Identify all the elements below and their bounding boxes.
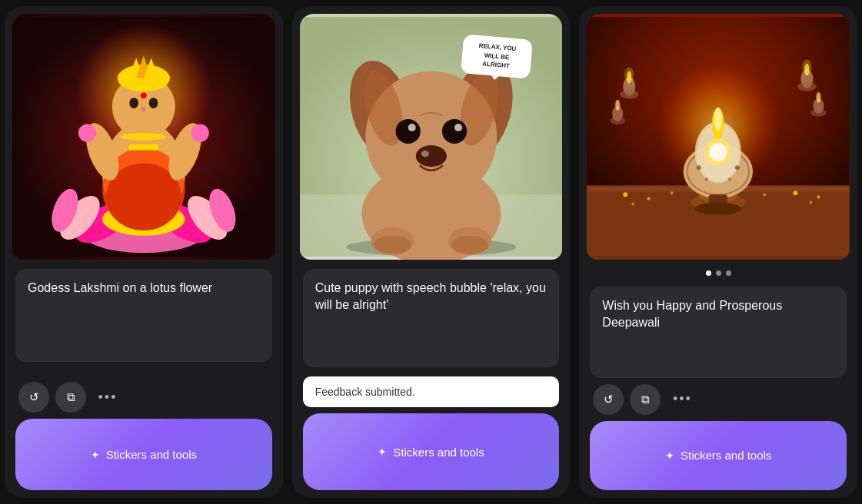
svg-point-16	[78, 124, 96, 141]
svg-point-50	[624, 192, 628, 197]
svg-point-26	[141, 107, 146, 111]
card1-refresh-button[interactable]: ↺	[18, 382, 49, 413]
puppy-image: RELAX, YOU WILL BE ALRIGHT	[300, 14, 563, 260]
svg-point-44	[454, 124, 462, 131]
card3-duplicate-button[interactable]: ⧉	[630, 384, 661, 415]
card3-image	[587, 14, 850, 260]
svg-point-67	[811, 109, 827, 117]
svg-point-65	[803, 60, 812, 75]
svg-point-57	[763, 193, 766, 196]
card3-actions: ↺ ⧉ •••	[590, 384, 847, 415]
svg-point-34	[374, 236, 411, 254]
card2-description-text: Cute puppy with speech bubble 'relax, yo…	[315, 281, 546, 311]
svg-point-63	[798, 82, 817, 91]
card3-description: Wish you Happy and Prosperous Deepawali	[590, 287, 847, 378]
pagination-dot-2	[716, 270, 721, 276]
card-puppy: RELAX, YOU WILL BE ALRIGHT Cute puppy wi…	[292, 6, 571, 498]
diwali-image	[587, 14, 850, 260]
wand-icon: ✦	[91, 449, 100, 461]
svg-point-27	[121, 133, 167, 141]
card2-description: Cute puppy with speech bubble 'relax, yo…	[303, 269, 560, 367]
card3-pagination	[590, 269, 847, 280]
svg-point-80	[709, 143, 727, 161]
card1-stickers-label: Stickers and tools	[106, 448, 197, 461]
card1-description: Godess Lakshmi on a lotus flower	[15, 269, 272, 362]
svg-point-88	[728, 177, 731, 181]
wand-icon-2: ✦	[378, 446, 387, 458]
svg-point-42	[442, 119, 467, 144]
card2-image: RELAX, YOU WILL BE ALRIGHT	[300, 14, 563, 260]
speech-bubble-text: RELAX, YOU WILL BE ALRIGHT	[479, 42, 517, 70]
card3-stickers-button[interactable]: ✦ Stickers and tools	[590, 421, 847, 491]
card-lakshmi: Godess Lakshmi on a lotus flower ↺ ⧉ •••…	[5, 6, 283, 498]
svg-point-17	[191, 124, 208, 141]
svg-point-70	[610, 117, 625, 124]
speech-bubble: RELAX, YOU WILL BE ALRIGHT	[461, 34, 533, 79]
svg-point-24	[149, 98, 158, 108]
card3-more-button[interactable]: •••	[667, 384, 697, 415]
card2-stickers-label: Stickers and tools	[393, 446, 484, 459]
card3-refresh-button[interactable]: ↺	[593, 384, 624, 415]
svg-point-59	[621, 90, 639, 99]
svg-point-41	[395, 119, 420, 144]
pagination-dot-1	[706, 270, 711, 276]
svg-point-68	[817, 92, 821, 103]
card2-content: Cute puppy with speech bubble 'relax, yo…	[292, 260, 571, 498]
card2-feedback-text: Feedback submitted.	[315, 386, 415, 398]
card2-feedback-banner: Feedback submitted.	[303, 376, 560, 407]
card-diwali: Wish you Happy and Prosperous Deepawali …	[579, 6, 857, 498]
card3-stickers-label: Stickers and tools	[681, 449, 771, 462]
svg-point-87	[705, 177, 708, 181]
svg-point-25	[141, 92, 147, 98]
card1-more-button[interactable]: •••	[92, 382, 123, 413]
svg-point-86	[735, 165, 740, 170]
pagination-dot-3	[726, 270, 731, 276]
wand-icon-3: ✦	[665, 449, 674, 462]
card3-description-text: Wish you Happy and Prosperous Deepawali	[602, 299, 782, 329]
card2-stickers-button[interactable]: ✦ Stickers and tools	[303, 413, 560, 490]
card1-actions: ↺ ⧉ •••	[15, 382, 272, 413]
card3-content: Wish you Happy and Prosperous Deepawali …	[579, 260, 857, 498]
svg-point-45	[415, 145, 446, 167]
card1-stickers-button[interactable]: ✦ Stickers and tools	[15, 419, 272, 490]
svg-point-23	[129, 98, 138, 108]
svg-point-85	[697, 165, 701, 170]
lakshmi-image	[12, 14, 275, 260]
svg-point-35	[451, 236, 488, 254]
svg-point-52	[794, 191, 798, 195]
svg-point-53	[817, 195, 820, 198]
card1-content: Godess Lakshmi on a lotus flower ↺ ⧉ •••…	[5, 260, 283, 498]
card1-image	[12, 14, 275, 260]
svg-point-46	[421, 151, 428, 157]
svg-point-82	[714, 108, 722, 131]
svg-point-54	[632, 202, 635, 205]
svg-point-84	[695, 202, 741, 214]
svg-point-51	[647, 197, 651, 200]
cards-container: Godess Lakshmi on a lotus flower ↺ ⧉ •••…	[0, 0, 862, 504]
card1-description-text: Godess Lakshmi on a lotus flower	[28, 281, 212, 294]
svg-point-56	[671, 191, 674, 194]
svg-rect-13	[128, 144, 158, 151]
card1-duplicate-button[interactable]: ⧉	[55, 382, 86, 413]
svg-point-61	[625, 68, 634, 83]
svg-point-71	[616, 100, 621, 111]
svg-point-43	[408, 124, 415, 131]
svg-point-55	[810, 201, 813, 204]
